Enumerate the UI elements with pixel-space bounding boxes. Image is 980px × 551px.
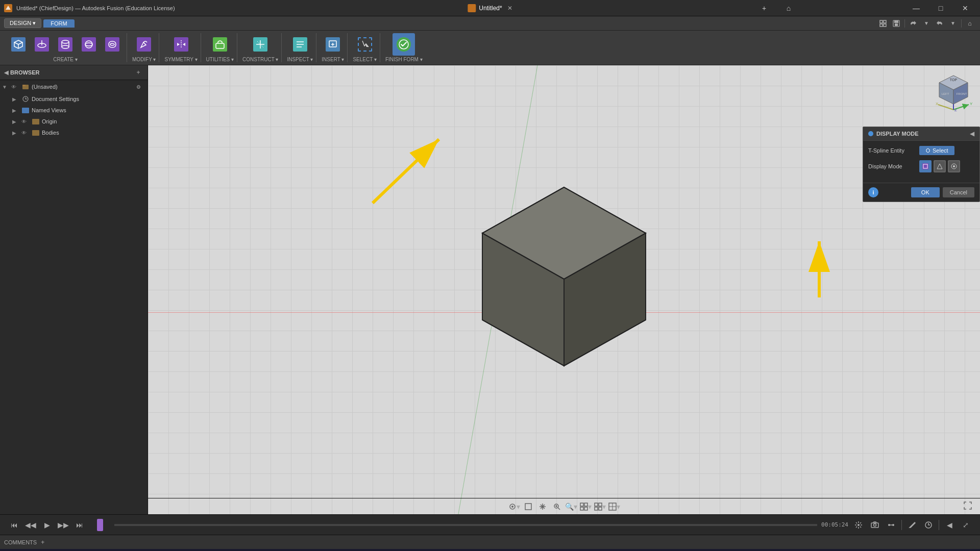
utilities-btn[interactable]	[209, 33, 231, 56]
timeline-start-btn[interactable]: ⏮	[8, 519, 20, 531]
timeline-expand-btn[interactable]: ⤢	[960, 519, 972, 531]
select-label[interactable]: SELECT ▾	[353, 57, 377, 62]
taskbar-app4[interactable]	[286, 549, 306, 551]
timeline-camera-btn[interactable]	[869, 519, 881, 531]
timeline-settings-btn[interactable]	[852, 519, 865, 531]
inspect-btn[interactable]	[289, 33, 311, 56]
ok-button[interactable]: OK	[911, 187, 940, 197]
grid-btn[interactable]	[877, 17, 889, 30]
create-cylinder-btn[interactable]	[54, 33, 77, 56]
tree-expand-root[interactable]: ▼	[2, 84, 9, 90]
form-tab-button[interactable]: FORM	[43, 19, 74, 28]
select-btn[interactable]	[354, 33, 376, 56]
timeline-end-btn[interactable]: ⏭	[74, 519, 86, 531]
timeline-play-btn[interactable]: ▶	[41, 519, 53, 531]
timeline-clock-btn[interactable]	[922, 519, 935, 531]
tree-item-named-views[interactable]: ▶ Named Views	[0, 105, 148, 116]
create-plane-btn[interactable]	[31, 33, 53, 56]
tree-eye-bodies[interactable]: 👁	[21, 130, 30, 136]
dmp-title-row: DISPLAY MODE	[868, 131, 919, 137]
dmp-collapse-btn[interactable]: ◀	[970, 130, 974, 137]
timeline-track[interactable]	[114, 524, 817, 526]
grid-settings-btn[interactable]: ▾	[594, 500, 606, 513]
pan-btn[interactable]	[536, 500, 549, 513]
taskbar-explorer[interactable]	[174, 549, 194, 551]
finish-form-btn[interactable]	[393, 33, 415, 56]
view-cube[interactable]: TOP LEFT FRONT Y X Z	[933, 71, 974, 114]
tree-expand-bodies[interactable]: ▶	[12, 130, 19, 136]
tree-item-origin[interactable]: ▶ 👁 Origin	[0, 116, 148, 127]
modify-label[interactable]: MODIFY ▾	[132, 57, 156, 62]
create-torus-btn[interactable]	[101, 33, 124, 56]
display-mode-icon-3[interactable]	[948, 160, 960, 172]
construct-label[interactable]: CONSTRUCT ▾	[242, 57, 278, 62]
utilities-label[interactable]: UTILITIES ▾	[206, 57, 234, 62]
create-sphere-btn[interactable]	[78, 33, 100, 56]
taskbar-app2[interactable]	[241, 549, 261, 551]
display-settings-btn[interactable]: ▾	[579, 500, 592, 513]
svg-point-18	[85, 41, 92, 48]
undo-arrow-btn[interactable]: ▼	[920, 17, 933, 30]
tree-eye-root[interactable]: 👁	[11, 84, 19, 90]
tree-item-bodies[interactable]: ▶ 👁 Bodies	[0, 127, 148, 138]
insert-btn[interactable]	[322, 33, 344, 56]
browser-add-btn[interactable]: +	[133, 67, 143, 78]
taskbar-app1[interactable]	[218, 549, 239, 551]
tree-settings-root[interactable]: ⚙	[133, 82, 143, 92]
construct-btn[interactable]	[249, 33, 272, 56]
view-layout-btn[interactable]: ▾	[608, 500, 620, 513]
taskbar-recorder[interactable]: ⏺ Screen Recorder	[383, 549, 445, 551]
timeline-marker[interactable]	[90, 519, 110, 531]
t-spline-select-btn[interactable]: Select	[919, 146, 954, 155]
design-mode-button[interactable]: DESIGN ▾	[4, 18, 41, 28]
timeline-chevron-left-btn[interactable]: ◀	[943, 519, 955, 531]
insert-label[interactable]: INSERT ▾	[322, 57, 344, 62]
viewport[interactable]: TOP LEFT FRONT Y X Z	[148, 65, 980, 514]
view-options-btn[interactable]: ▾	[508, 500, 520, 513]
redo-btn[interactable]	[934, 17, 946, 30]
browser-collapse-icon[interactable]: ◀	[4, 69, 8, 76]
display-mode-icon-2[interactable]	[934, 160, 946, 172]
full-screen-btn[interactable]	[964, 502, 972, 511]
symmetry-btn[interactable]	[170, 33, 192, 56]
modify-btn[interactable]	[133, 33, 155, 56]
display-mode-icon-1[interactable]	[919, 160, 932, 172]
home-btn[interactable]: ⌂	[777, 0, 800, 16]
create-box-btn[interactable]	[7, 33, 30, 56]
zoom-btn[interactable]	[551, 500, 563, 513]
save-btn[interactable]	[890, 17, 902, 30]
tree-item-doc-settings[interactable]: ▶ Document Settings	[0, 93, 148, 105]
symmetry-label[interactable]: SYMMETRY ▾	[164, 57, 197, 62]
maximize-btn[interactable]: □	[929, 0, 952, 16]
comments-add-btn[interactable]: +	[41, 539, 44, 546]
create-label[interactable]: CREATE ▾	[53, 57, 78, 62]
zoom-extent-btn[interactable]: 🔍▾	[565, 500, 577, 513]
cancel-button[interactable]: Cancel	[943, 187, 974, 197]
titlebar-close-tab[interactable]: ✕	[507, 5, 512, 12]
timeline-mode-btn[interactable]	[885, 519, 897, 531]
tree-eye-origin[interactable]: 👁	[21, 119, 30, 124]
timeline-prev-btn[interactable]: ◀◀	[24, 519, 37, 531]
new-tab-btn[interactable]: +	[752, 0, 776, 16]
undo-btn[interactable]	[907, 17, 919, 30]
taskbar-folder[interactable]	[196, 549, 216, 551]
timeline-pen-btn[interactable]	[906, 519, 918, 531]
start-button[interactable]	[2, 549, 22, 551]
finish-form-label[interactable]: FINISH FORM ▾	[385, 57, 423, 62]
inspect-label[interactable]: INSPECT ▾	[287, 57, 313, 62]
home-nav-btn[interactable]: ⌂	[964, 17, 976, 30]
tree-expand-views[interactable]: ▶	[12, 108, 19, 113]
tree-expand-origin[interactable]: ▶	[12, 119, 19, 124]
redo-arrow-btn[interactable]: ▼	[947, 17, 959, 30]
close-btn[interactable]: ✕	[953, 0, 977, 16]
tree-expand-doc[interactable]: ▶	[12, 96, 19, 102]
info-icon[interactable]: i	[868, 187, 878, 197]
taskbar-fusion-active[interactable]: Untitled* (ChiefDesi...	[308, 549, 381, 551]
taskbar-app3[interactable]	[263, 549, 284, 551]
taskbar-chrome[interactable]	[151, 549, 172, 551]
timeline-next-btn[interactable]: ▶▶	[57, 519, 69, 531]
tree-item-root[interactable]: ▼ 👁 (Unsaved) ⚙	[0, 80, 148, 93]
minimize-btn[interactable]: —	[904, 0, 928, 16]
task-view-btn[interactable]	[129, 549, 149, 551]
orbit-btn[interactable]	[522, 500, 534, 513]
